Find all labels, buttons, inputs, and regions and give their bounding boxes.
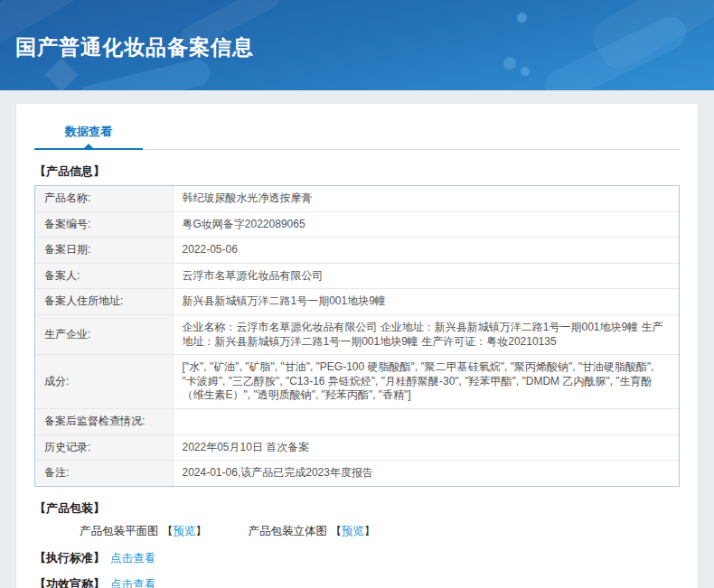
row-label: 备案编号: [35,211,173,238]
table-row: 备案编号: 粤G妆网备字2022089065 [35,211,679,238]
product-info-section-title: 【产品信息】 [34,163,680,180]
row-value: 2022-05-06 [173,238,679,264]
table-row: 备案人: 云浮市名草源化妆品有限公司 [35,263,679,289]
packaging-flat-preview-link[interactable]: 预览 [173,525,195,537]
row-value: 新兴县新城镇万洋二路1号一期001地块9幢 [173,289,679,315]
packaging-links-row: 产品包装平面图 【预览】 产品包装立体图 【预览】 [80,524,680,539]
row-value: ["水", "矿油", "矿脂", "甘油", "PEG-100 硬脂酸酯", … [173,355,679,409]
efficacy-view-link[interactable]: 点击查看 [110,578,155,588]
bracket-open: 【 [330,525,342,537]
packaging-3d-label: 产品包装立体图 [248,525,327,537]
packaging-section-title: 【产品包装】 [34,500,680,517]
row-label: 备注: [35,461,173,486]
table-row: 生产企业: 企业名称：云浮市名草源化妆品有限公司 企业地址：新兴县新城镇万洋二路… [35,314,679,354]
row-label: 成分: [35,355,173,409]
standard-section-title: 【执行标准】 [34,551,105,565]
bracket-close: 】 [195,525,207,537]
packaging-flat-item: 产品包装平面图 【预览】 [80,525,210,537]
tab-bar: 数据查看 [34,104,680,150]
page-header: 国产普通化妆品备案信息 [0,0,714,90]
table-row: 成分: ["水", "矿油", "矿脂", "甘油", "PEG-100 硬脂酸… [35,355,679,409]
table-row: 备案日期: 2022-05-06 [35,238,679,264]
tab-data-view[interactable]: 数据查看 [34,124,143,150]
row-label: 备案日期: [35,238,173,264]
row-value [173,408,679,434]
row-label: 历史记录: [35,434,173,461]
product-info-table: 产品名称: 韩纪玻尿酸水光净透按摩膏 备案编号: 粤G妆网备字202208906… [34,185,680,487]
table-row: 备注: 2024-01-06,该产品已完成2023年度报告 [35,461,679,486]
packaging-3d-item: 产品包装立体图 【预览】 [248,525,375,537]
row-value: 2022年05月10日 首次备案 [173,434,679,461]
packaging-3d-preview-link[interactable]: 预览 [342,525,364,537]
packaging-flat-label: 产品包装平面图 [80,525,159,537]
table-row: 历史记录: 2022年05月10日 首次备案 [35,434,679,461]
row-label: 备案人: [35,263,173,289]
row-value: 韩纪玻尿酸水光净透按摩膏 [173,186,679,211]
page-title: 国产普通化妆品备案信息 [0,0,714,61]
decor-circle [521,67,530,76]
row-value: 云浮市名草源化妆品有限公司 [173,263,679,289]
row-value: 2024-01-06,该产品已完成2023年度报告 [173,461,679,486]
table-row: 产品名称: 韩纪玻尿酸水光净透按摩膏 [35,186,679,211]
row-label: 备案后监督检查情况: [35,408,173,434]
table-row: 备案后监督检查情况: [35,408,679,434]
row-label: 备案人住所地址: [35,289,173,315]
row-value: 粤G妆网备字2022089065 [173,211,679,238]
efficacy-section-title: 【功效宣称】 [34,577,105,588]
row-label: 生产企业: [35,314,173,354]
bracket-open: 【 [162,525,174,537]
standard-view-link[interactable]: 点击查看 [110,552,155,565]
content-card: 数据查看 【产品信息】 产品名称: 韩纪玻尿酸水光净透按摩膏 备案编号: 粤G妆… [16,104,698,588]
row-value: 企业名称：云浮市名草源化妆品有限公司 企业地址：新兴县新城镇万洋二路1号一期00… [173,314,679,354]
standard-section: 【执行标准】点击查看 [34,550,680,566]
efficacy-section: 【功效宣称】点击查看 [34,576,680,588]
row-label: 产品名称: [35,186,173,211]
bracket-close: 】 [364,525,376,537]
table-row: 备案人住所地址: 新兴县新城镇万洋二路1号一期001地块9幢 [35,289,679,315]
decor-diamond [45,59,79,90]
